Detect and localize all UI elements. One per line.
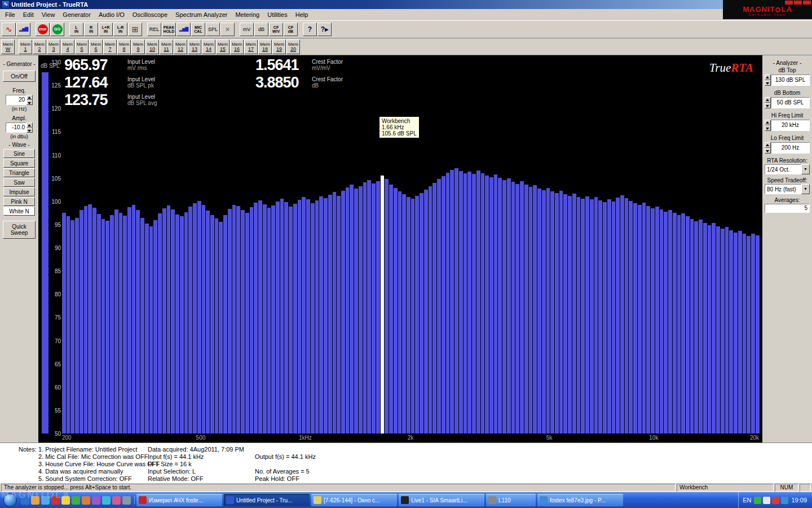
- menu-audio-i-o[interactable]: Audio I/O: [95, 10, 129, 19]
- quick-launch-icon-7[interactable]: [82, 496, 90, 505]
- minimize-button[interactable]: [785, 1, 793, 5]
- menu-metering[interactable]: Metering: [231, 10, 263, 19]
- start-button[interactable]: [3, 493, 17, 507]
- memory-button-8[interactable]: Mem8: [117, 40, 131, 54]
- memory-button-3[interactable]: Mem3: [47, 40, 60, 54]
- ampl-up-arrow[interactable]: [27, 122, 33, 128]
- averages-control[interactable]: 5: [765, 204, 810, 213]
- memory-button-4[interactable]: Mem4: [61, 40, 74, 54]
- menu-file[interactable]: File: [1, 10, 19, 19]
- wave-pink-n[interactable]: Pink N: [3, 197, 35, 206]
- db-bottom-spin-arrows[interactable]: [765, 97, 771, 108]
- clear-button[interactable]: ✕: [220, 23, 235, 36]
- quick-launch-icon-9[interactable]: [102, 496, 111, 505]
- stop-button[interactable]: STOP: [36, 23, 50, 36]
- quick-sweep-button[interactable]: QuickSweep: [3, 221, 36, 239]
- taskbar-task[interactable]: Измерил АЧХ foste...: [136, 494, 222, 506]
- memory-button-20[interactable]: Mem20: [286, 40, 300, 54]
- peak-hold-button[interactable]: PEAKHOLD: [162, 23, 176, 36]
- db-bottom-up-arrow[interactable]: [765, 97, 771, 103]
- menu-spectrum-analyzer[interactable]: Spectrum Analyzer: [171, 10, 231, 19]
- quick-launch-icon-5[interactable]: [61, 496, 70, 505]
- db-bottom-control[interactable]: 50 dB SPL: [765, 97, 810, 108]
- memory-button-11[interactable]: Mem11: [160, 40, 173, 54]
- input-right-button[interactable]: RIN: [84, 23, 98, 36]
- spectrum-display[interactable]: dB SPL 2005001kHz2k5k10k20k 965.97Input …: [38, 55, 762, 443]
- help-button[interactable]: ?: [303, 23, 317, 36]
- hi-freq-limit-spin-arrows[interactable]: [765, 120, 771, 131]
- quick-launch-icon-2[interactable]: [31, 496, 39, 505]
- hi-freq-limit-value[interactable]: 20 kHz: [771, 120, 810, 131]
- wave-saw[interactable]: Saw: [3, 178, 35, 187]
- speed-tradeoff-value[interactable]: 80 Hz (fast): [765, 184, 801, 194]
- hi-freq-limit-down-arrow[interactable]: [765, 125, 771, 131]
- lo-freq-limit-down-arrow[interactable]: [765, 148, 771, 154]
- rel-button[interactable]: REL: [147, 23, 161, 36]
- mic-cal-button[interactable]: MICCAL: [191, 23, 205, 36]
- speed-tradeoff-dropdown-arrow[interactable]: ▼: [801, 184, 810, 194]
- db-top-spin-arrows[interactable]: [765, 75, 771, 86]
- db-bottom-value[interactable]: 50 dB SPL: [771, 97, 810, 108]
- tray-icon-4[interactable]: [781, 497, 788, 504]
- ampl-spinner[interactable]: -10.0: [6, 122, 33, 133]
- tray-icon-3[interactable]: [772, 497, 779, 504]
- wave-square[interactable]: Square: [3, 159, 35, 168]
- db-top-down-arrow[interactable]: [765, 80, 771, 86]
- menu-utilities[interactable]: Utilities: [263, 10, 291, 19]
- freq-up-arrow[interactable]: [27, 95, 33, 100]
- taskbar-task[interactable]: Untitled Project - Tru...: [224, 494, 310, 506]
- spl-button[interactable]: SPL: [206, 23, 220, 36]
- go-button[interactable]: GO: [50, 23, 64, 36]
- quick-launch-icon-4[interactable]: [51, 496, 60, 505]
- ampl-value[interactable]: -10.0: [6, 122, 27, 133]
- quick-launch-icon-6[interactable]: [72, 496, 80, 505]
- db-top-control[interactable]: 130 dB SPL: [765, 75, 810, 86]
- crest-factor-db-button[interactable]: CFdB: [284, 23, 298, 36]
- memory-button-w[interactable]: MemW: [1, 40, 15, 54]
- taskbar-task[interactable]: [7-626-144] - Окно с...: [311, 494, 397, 506]
- wave-triangle[interactable]: Triangle: [3, 168, 35, 177]
- lo-freq-limit-up-arrow[interactable]: [765, 142, 771, 148]
- spectrum-display-button[interactable]: ▂▅▇: [176, 23, 191, 36]
- generator-onoff-button[interactable]: On/Off: [3, 71, 36, 82]
- quick-launch-icon-10[interactable]: [112, 496, 121, 505]
- db-units-button[interactable]: dB: [254, 23, 268, 36]
- averages-value[interactable]: 5: [765, 204, 810, 213]
- memory-button-2[interactable]: Mem2: [33, 40, 46, 54]
- db-bottom-down-arrow[interactable]: [765, 103, 771, 108]
- wave-white-n[interactable]: White N: [3, 207, 35, 216]
- generator-wave-button[interactable]: ∿: [2, 23, 16, 36]
- rta-resolution-control[interactable]: 1/24 Oct.▼: [765, 164, 810, 174]
- memory-button-18[interactable]: Mem18: [258, 40, 272, 54]
- context-help-button[interactable]: ?▸: [317, 23, 332, 36]
- close-button[interactable]: [803, 1, 811, 5]
- freq-value[interactable]: 20: [6, 95, 27, 105]
- memory-button-1[interactable]: Mem1: [19, 40, 32, 54]
- freq-spinner[interactable]: 20: [6, 95, 33, 105]
- memory-button-19[interactable]: Mem19: [272, 40, 286, 54]
- memory-button-7[interactable]: Mem7: [103, 40, 117, 54]
- lo-freq-limit-spin-arrows[interactable]: [765, 142, 771, 154]
- quick-launch-icon-8[interactable]: [92, 496, 100, 505]
- spectrum-analyzer-button[interactable]: ▂▅▇: [16, 23, 30, 36]
- memory-button-9[interactable]: Mem9: [131, 40, 145, 54]
- memory-button-14[interactable]: Mem14: [202, 40, 215, 54]
- input-left-minus-right-button[interactable]: L-RIN: [113, 23, 127, 36]
- menu-help[interactable]: Help: [292, 10, 312, 19]
- freq-down-arrow[interactable]: [27, 100, 33, 105]
- memory-button-10[interactable]: Mem10: [145, 40, 159, 54]
- lo-freq-limit-value[interactable]: 200 Hz: [771, 142, 810, 154]
- memory-button-15[interactable]: Mem15: [216, 40, 230, 54]
- wave-impulse[interactable]: Impulse: [3, 187, 35, 196]
- mv-units-button[interactable]: mV: [240, 23, 254, 36]
- memory-button-16[interactable]: Mem16: [230, 40, 244, 54]
- db-top-value[interactable]: 130 dB SPL: [771, 75, 810, 86]
- memory-button-5[interactable]: Mem5: [75, 40, 89, 54]
- hi-freq-limit-control[interactable]: 20 kHz: [765, 120, 810, 131]
- rta-resolution-value[interactable]: 1/24 Oct.: [765, 164, 801, 174]
- input-left-button[interactable]: LIN: [69, 23, 83, 36]
- rta-resolution-dropdown-arrow[interactable]: ▼: [801, 164, 810, 174]
- crest-factor-wv-button[interactable]: CFW/V: [269, 23, 283, 36]
- quick-launch-icon-11[interactable]: [122, 496, 131, 505]
- grid-button[interactable]: ⊞: [128, 23, 142, 36]
